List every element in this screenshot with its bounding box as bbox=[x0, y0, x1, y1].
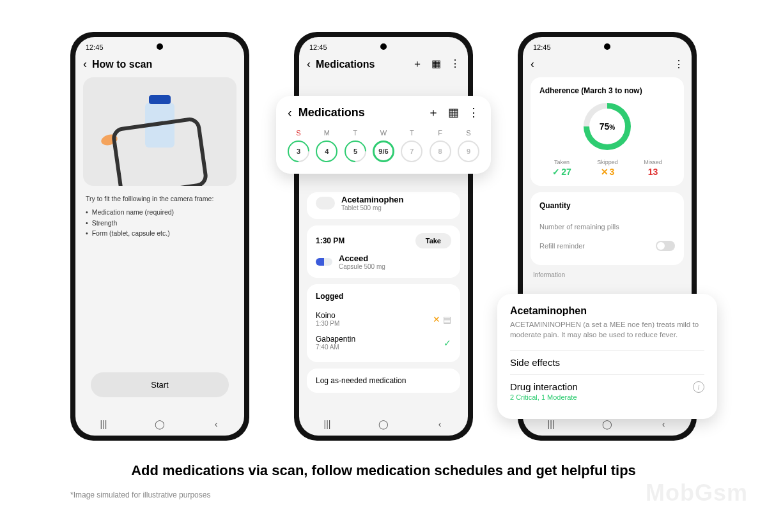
info-icon[interactable]: i bbox=[693, 381, 704, 393]
logged-card: Logged Koino 1:30 PM ✕ ▤ Gabapen bbox=[307, 284, 460, 362]
log-row[interactable]: Koino 1:30 PM ✕ ▤ bbox=[316, 307, 451, 331]
log-asneeded-button[interactable]: Log as-needed medication bbox=[307, 369, 460, 393]
back-icon[interactable]: ‹ bbox=[288, 105, 292, 120]
back-icon[interactable]: ‹ bbox=[83, 57, 87, 71]
more-icon[interactable]: ⋮ bbox=[450, 57, 460, 71]
pill-icon bbox=[316, 197, 335, 209]
day-label: F bbox=[438, 129, 442, 137]
med-sub: Tablet 500 mg bbox=[341, 204, 451, 211]
status-time: 12:45 bbox=[523, 37, 692, 54]
back-icon[interactable]: ‹ bbox=[307, 57, 311, 71]
home-button[interactable]: ◯ bbox=[377, 419, 390, 429]
day-label: W bbox=[380, 129, 387, 137]
day-circle[interactable]: 9 bbox=[458, 141, 479, 162]
side-effects-row[interactable]: Side effects bbox=[510, 350, 704, 374]
log-row[interactable]: Gabapentin 7:40 AM ✓ bbox=[316, 331, 451, 354]
day-label: S bbox=[296, 129, 300, 137]
phone-adherence: 12:45 ‹ ⋮ Adherence (March 3 to now) 75% bbox=[518, 32, 697, 441]
quantity-card: Quantity Number of remaining pills Refil… bbox=[531, 192, 684, 265]
day-column[interactable]: T7 bbox=[401, 129, 422, 162]
day-column[interactable]: S3 bbox=[288, 129, 309, 162]
taken-value: 27 bbox=[561, 167, 571, 177]
adherence-card: Adherence (March 3 to now) 75% Taken ✓27… bbox=[531, 77, 684, 186]
more-icon[interactable]: ⋮ bbox=[674, 58, 684, 70]
scan-illustration bbox=[83, 77, 236, 186]
check-icon: ✓ bbox=[552, 167, 560, 177]
drug-interaction-row[interactable]: Drug interaction 2 Critical, 1 Moderate … bbox=[510, 374, 704, 407]
recents-button[interactable]: ||| bbox=[97, 419, 110, 429]
med-name: Acceed bbox=[339, 254, 451, 263]
capsule-icon bbox=[316, 258, 332, 266]
back-button[interactable]: ‹ bbox=[657, 419, 670, 429]
week-overlay: ‹ Medications ＋ ▦ ⋮ S3M4T5W9/6T7F8S9 bbox=[276, 96, 491, 174]
day-label: S bbox=[466, 129, 470, 137]
header: ‹ ⋮ bbox=[523, 54, 692, 77]
instruction-lead: Try to fit the folllowing in the camera … bbox=[86, 194, 234, 204]
information-label: Information bbox=[531, 271, 684, 278]
check-icon: ✓ bbox=[444, 338, 451, 348]
adherence-ring: 75% bbox=[584, 103, 631, 150]
phone-frame-illustration bbox=[111, 116, 209, 186]
day-circle[interactable]: 9/6 bbox=[373, 141, 394, 162]
header: ‹ Medications ＋ ▦ ⋮ bbox=[299, 54, 468, 77]
bullet: Strength bbox=[86, 218, 234, 229]
medication-card[interactable]: Acetaminophen Tablet 500 mg bbox=[307, 192, 460, 219]
remaining-pills-input[interactable]: Number of remaining pills bbox=[539, 218, 675, 236]
marketing-caption: Add medications via scan, follow medicat… bbox=[0, 462, 767, 479]
day-circle[interactable]: 7 bbox=[401, 141, 422, 162]
day-column[interactable]: S9 bbox=[458, 129, 479, 162]
recents-button[interactable]: ||| bbox=[545, 419, 557, 429]
skipped-value: 3 bbox=[610, 167, 615, 177]
day-label: T bbox=[410, 129, 414, 137]
add-icon[interactable]: ＋ bbox=[412, 57, 422, 71]
phone-medications: 12:45 ‹ Medications ＋ ▦ ⋮ Acetaminophen … bbox=[294, 32, 473, 441]
calendar-icon[interactable]: ▦ bbox=[448, 105, 459, 119]
header: ‹ How to scan bbox=[75, 54, 244, 77]
home-button[interactable]: ◯ bbox=[153, 419, 166, 429]
android-navbar: ||| ◯ ‹ bbox=[75, 413, 244, 436]
refill-label: Refill reminder bbox=[539, 242, 585, 250]
med-sub: Capsule 500 mg bbox=[339, 263, 451, 270]
log-name: Gabapentin bbox=[316, 335, 355, 344]
back-button[interactable]: ‹ bbox=[433, 419, 446, 429]
bullet: Form (tablet, capsule etc.) bbox=[86, 228, 234, 239]
home-button[interactable]: ◯ bbox=[601, 419, 614, 429]
quantity-label: Quantity bbox=[539, 201, 675, 210]
log-time: 7:40 AM bbox=[316, 344, 355, 351]
missed-value: 13 bbox=[648, 167, 658, 177]
logged-label: Logged bbox=[316, 292, 451, 301]
day-circle[interactable]: 8 bbox=[430, 141, 451, 162]
status-time: 12:45 bbox=[299, 37, 468, 54]
back-icon[interactable]: ‹ bbox=[531, 57, 534, 71]
log-time: 1:30 PM bbox=[316, 320, 339, 327]
day-label: M bbox=[324, 129, 330, 137]
day-circle[interactable]: 5 bbox=[340, 136, 371, 167]
overlay-title: Medications bbox=[298, 106, 428, 119]
android-navbar: ||| ◯ ‹ bbox=[299, 413, 468, 436]
more-icon[interactable]: ⋮ bbox=[468, 105, 479, 119]
back-button[interactable]: ‹ bbox=[210, 419, 222, 429]
day-column[interactable]: T5 bbox=[345, 129, 366, 162]
instructions: Try to fit the folllowing in the camera … bbox=[86, 194, 234, 239]
taken-label: Taken bbox=[552, 159, 571, 165]
day-column[interactable]: W9/6 bbox=[373, 129, 394, 162]
start-button[interactable]: Start bbox=[91, 372, 229, 397]
refill-toggle[interactable] bbox=[656, 241, 675, 251]
day-circle[interactable]: 4 bbox=[316, 141, 337, 162]
take-button[interactable]: Take bbox=[415, 233, 451, 248]
note-icon: ▤ bbox=[443, 314, 451, 324]
popup-title: Acetaminophen bbox=[510, 305, 704, 317]
recents-button[interactable]: ||| bbox=[321, 419, 334, 429]
header-title: Medications bbox=[316, 59, 407, 70]
med-name: Acetaminophen bbox=[341, 195, 451, 204]
day-column[interactable]: M4 bbox=[316, 129, 337, 162]
day-circle[interactable]: 3 bbox=[283, 136, 314, 167]
calendar-icon[interactable]: ▦ bbox=[431, 57, 441, 71]
skipped-icon: ✕ bbox=[433, 314, 440, 324]
add-icon[interactable]: ＋ bbox=[428, 105, 439, 120]
missed-label: Missed bbox=[644, 159, 662, 165]
skipped-label: Skipped bbox=[597, 159, 618, 165]
bullet: Medication name (required) bbox=[86, 207, 234, 218]
day-column[interactable]: F8 bbox=[430, 129, 451, 162]
drug-interaction-sub: 2 Critical, 1 Moderate bbox=[510, 393, 578, 401]
